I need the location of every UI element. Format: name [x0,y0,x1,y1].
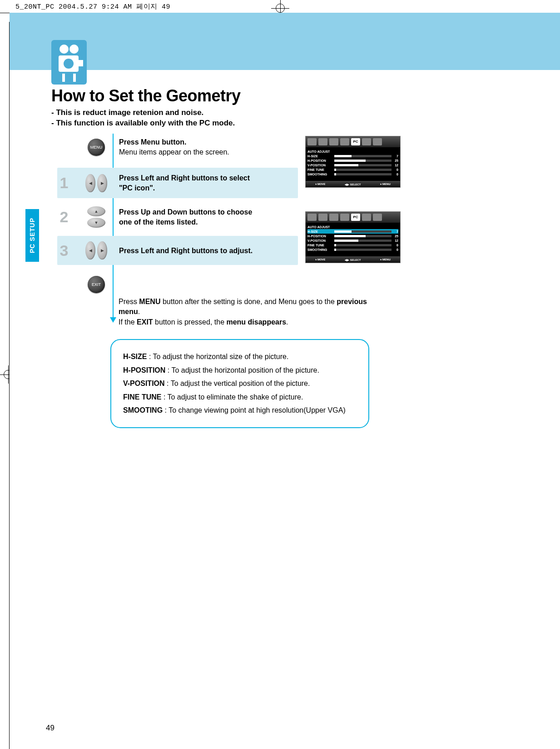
menu-button-icon: MENU [88,139,105,156]
osd-value: 25 [393,159,398,162]
page-number: 49 [46,724,55,733]
osd-select: ◀▶ SELECT [345,183,361,186]
osd-bar [334,244,392,246]
osd-tab-icon [373,214,382,221]
osd-value: 0 [393,173,398,176]
right-button-icon: ▶ [97,174,107,192]
step-number: 3 [57,242,71,260]
osd-pc-icon: PC [351,138,360,145]
osd-footer: ♦ MOVE ◀▶ SELECT ● MENU [306,256,400,263]
osd-move: ♦ MOVE [315,183,325,185]
osd-bar [334,230,392,233]
step-text: Press Left and Right buttons to adjust. [119,246,295,256]
osd-value: 12 [393,164,398,167]
osd-value: 7 [393,155,398,158]
side-tab: PC SETUP [25,209,39,262]
osd-row: FINE TUNE0 [307,243,398,247]
osd-tab-icon [307,214,317,221]
step-1: 1 ◀ ▶ Press Left and Right buttons to se… [57,168,298,198]
page-title: How to Set the Geometry [51,86,241,105]
page-subtitle: - This is reduct image retenion and nois… [51,108,235,129]
osd-row: V-POSITION12 [307,238,398,243]
osd-row: SMOOTHING0 [307,247,398,252]
osd-icon-row: PC [306,212,400,223]
svg-point-0 [59,45,69,54]
osd-tab-icon [329,214,338,221]
left-button-icon: ◀ [85,241,95,260]
header-band [10,13,560,70]
right-button-icon: ▶ [97,241,107,260]
osd-screenshot-1: PC AUTO ADJUSTH-SIZE7H-POSITION25V-POSIT… [304,135,402,189]
step-text: Press Up and Down buttons to choose [119,207,298,217]
osd-label: H-POSITION [307,159,333,162]
osd-bar [334,249,392,251]
osd-label: AUTO ADJUST [307,225,333,229]
up-button-icon: ▲ [87,206,105,216]
step-exit: EXIT [57,273,298,296]
osd-row: AUTO ADJUST [307,225,398,229]
page: How to Set the Geometry - This is reduct… [10,13,560,749]
step-text: Menu items appear on the screen. [119,147,298,157]
osd-label: AUTO ADJUST [307,150,333,153]
step-2: 2 ▲ ▼ Press Up and Down buttons to choos… [57,204,298,230]
osd-row: H-SIZE7 [307,154,398,158]
osd-tab-icon [340,138,349,145]
osd-bar [334,164,392,166]
osd-row: SMOOTHING0 [307,172,398,176]
osd-label: H-SIZE [307,155,333,158]
svg-rect-4 [62,74,65,82]
osd-tab-icon [373,138,382,145]
step-number: 1 [57,174,71,192]
exit-button-icon: EXIT [88,276,105,293]
osd-row: H-POSITION25 [307,234,398,238]
osd-tab-icon [362,214,371,221]
osd-row: H-POSITION25 [307,158,398,163]
registration-mark [276,4,285,13]
svg-rect-6 [79,60,83,66]
info-box: H-SIZE : To adjust the horizontal size o… [110,339,369,428]
subtitle-line: - This is reduct image retenion and nois… [51,108,235,118]
osd-label: V-POSITION [307,164,333,167]
camera-icon [51,40,87,85]
osd-menu: ● MENU [380,258,391,261]
osd-value: 7 [393,230,398,233]
steps-container: MENU Press Menu button. Menu items appea… [57,135,298,296]
osd-icon-row: PC [306,136,400,147]
osd-label: H-SIZE [307,230,333,233]
down-button-icon: ▼ [87,218,105,228]
svg-point-3 [64,59,74,69]
osd-bar [334,240,392,242]
osd-value: 0 [393,248,398,251]
step-text: Press Menu button. [119,137,298,147]
osd-tab-icon [329,138,338,145]
osd-screenshot-2: PC AUTO ADJUSTH-SIZE7H-POSITION25V-POSIT… [304,210,402,265]
step-menu: MENU Press Menu button. Menu items appea… [57,135,298,160]
footer-text: Press MENU button after the setting is d… [119,297,373,327]
osd-bar [334,160,392,162]
osd-tab-icon [362,138,371,145]
osd-pc-icon: PC [351,214,360,221]
osd-row: H-SIZE7 [307,229,398,234]
svg-rect-5 [73,74,76,82]
osd-tab-icon [318,138,327,145]
osd-row: AUTO ADJUST [307,149,398,154]
step-text: "PC icon". [119,183,295,193]
osd-row: FINE TUNE0 [307,167,398,172]
osd-value: 0 [393,168,398,171]
osd-row: V-POSITION12 [307,163,398,167]
connector-arrow-icon [110,317,116,323]
step-text: one of the items listed. [119,217,298,227]
osd-label: SMOOTHING [307,173,333,176]
osd-footer: ♦ MOVE ◀▶ SELECT ● MENU [306,181,400,187]
svg-point-1 [69,45,79,54]
osd-move: ♦ MOVE [315,258,325,261]
crop-header: 5_20NT_PC 2004.5.27 9:24 AM 페이지 49 [15,2,170,11]
osd-bar [334,155,392,157]
osd-value: 25 [393,235,398,238]
osd-label: V-POSITION [307,239,333,242]
osd-bar [334,173,392,175]
osd-value: 0 [393,244,398,247]
osd-tab-icon [340,214,349,221]
osd-label: FINE TUNE [307,244,333,247]
osd-bar [334,169,392,171]
